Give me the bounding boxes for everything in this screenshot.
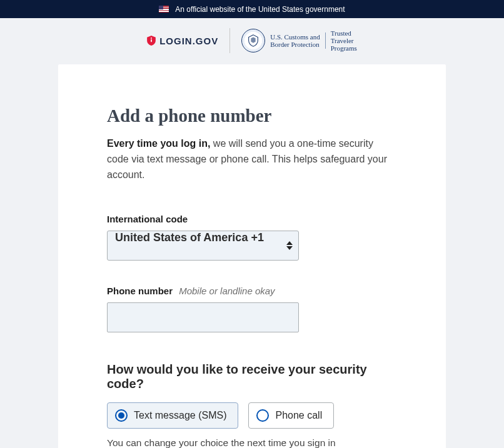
option-sms[interactable]: Text message (SMS)	[107, 402, 238, 429]
gov-banner: An official website of the United States…	[0, 0, 504, 18]
cbp-text-line1: U.S. Customs and	[270, 33, 320, 41]
option-call-label: Phone call	[275, 410, 322, 421]
phone-label-row: Phone number Mobile or landline okay	[107, 286, 397, 296]
us-flag-icon	[159, 6, 169, 12]
option-sms-label: Text message (SMS)	[134, 410, 226, 421]
cbp-text-line2: Border Protection	[270, 41, 320, 48]
change-note: You can change your choice the next time…	[107, 437, 397, 448]
svg-rect-0	[151, 39, 152, 42]
shield-icon	[147, 36, 156, 46]
svg-point-1	[151, 37, 152, 39]
logo-divider	[229, 28, 230, 53]
option-call[interactable]: Phone call	[248, 402, 334, 429]
ttp-text-line2: Traveler	[331, 37, 357, 44]
logo-sub-divider	[325, 32, 326, 49]
lead-paragraph: Every time you log in, we will send you …	[107, 136, 397, 182]
intl-code-label: International code	[107, 214, 397, 224]
ttp-text-line1: Trusted	[331, 29, 357, 37]
intl-code-select[interactable]: United States of America +1	[107, 231, 299, 261]
gov-banner-text: An official website of the United States…	[175, 5, 345, 14]
login-gov-logo: LOGIN.GOV	[147, 36, 218, 46]
delivery-question: How would you like to receive your secur…	[107, 362, 397, 391]
dhs-logo-block: U.S. Customs and Border Protection Trust…	[241, 29, 357, 52]
phone-input[interactable]	[107, 302, 299, 332]
lead-bold: Every time you log in,	[107, 138, 210, 149]
dhs-seal-icon	[241, 29, 265, 52]
phone-hint: Mobile or landline okay	[179, 286, 275, 296]
delivery-options: Text message (SMS) Phone call	[107, 402, 397, 429]
phone-label: Phone number	[107, 286, 173, 296]
login-gov-text: LOGIN.GOV	[159, 36, 218, 46]
page-title: Add a phone number	[107, 106, 397, 126]
ttp-text-line3: Programs	[331, 44, 357, 52]
intl-code-select-wrap[interactable]: United States of America +1	[107, 231, 299, 261]
radio-icon	[115, 409, 128, 422]
header-logos: LOGIN.GOV U.S. Customs and Border Protec…	[0, 18, 504, 64]
radio-icon	[256, 409, 269, 422]
main-card: Add a phone number Every time you log in…	[58, 64, 446, 448]
